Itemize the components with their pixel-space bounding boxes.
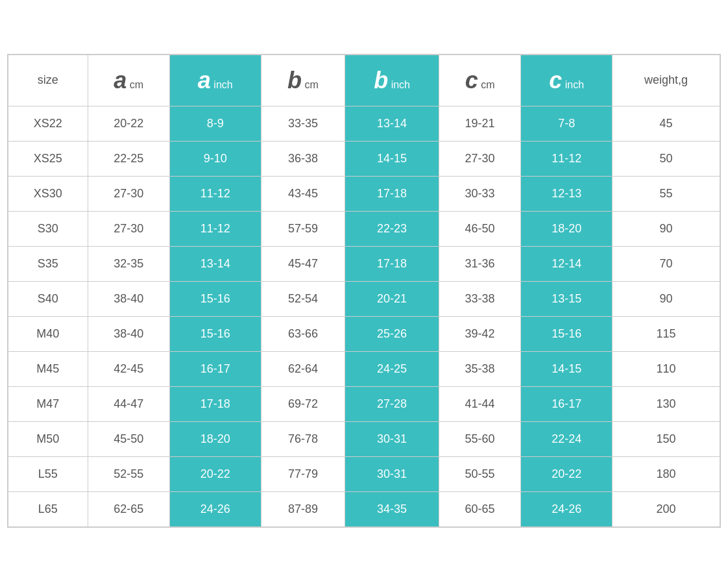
table-row: S3027-3011-1257-5922-2346-5018-2090 bbox=[8, 211, 720, 246]
cell-c_cm: 50-55 bbox=[439, 456, 520, 491]
cell-c_cm: 30-33 bbox=[439, 176, 520, 211]
cell-a_cm: 42-45 bbox=[88, 351, 169, 386]
cell-b_inch: 30-31 bbox=[345, 421, 439, 456]
cell-weight: 130 bbox=[613, 386, 720, 421]
column-header-b_inch: b inch bbox=[345, 55, 439, 106]
header-unit-c_inch: inch bbox=[562, 79, 584, 90]
cell-c_inch: 24-26 bbox=[521, 491, 613, 526]
cell-b_cm: 45-47 bbox=[261, 246, 345, 281]
cell-a_cm: 44-47 bbox=[88, 386, 169, 421]
cell-weight: 90 bbox=[613, 211, 720, 246]
cell-b_cm: 36-38 bbox=[261, 141, 345, 176]
cell-a_inch: 20-22 bbox=[169, 456, 261, 491]
cell-b_cm: 63-66 bbox=[261, 316, 345, 351]
cell-b_inch: 13-14 bbox=[345, 106, 439, 141]
cell-weight: 90 bbox=[613, 281, 720, 316]
cell-weight: 45 bbox=[613, 106, 720, 141]
cell-a_cm: 45-50 bbox=[88, 421, 169, 456]
cell-size: S35 bbox=[8, 246, 88, 281]
table-row: L6562-6524-2687-8934-3560-6524-26200 bbox=[8, 491, 720, 526]
cell-size: L65 bbox=[8, 491, 88, 526]
cell-b_cm: 33-35 bbox=[261, 106, 345, 141]
cell-a_inch: 15-16 bbox=[169, 281, 261, 316]
column-header-b_cm: b cm bbox=[261, 55, 345, 106]
cell-weight: 115 bbox=[613, 316, 720, 351]
cell-b_cm: 69-72 bbox=[261, 386, 345, 421]
cell-b_inch: 17-18 bbox=[345, 176, 439, 211]
cell-c_inch: 13-15 bbox=[521, 281, 613, 316]
cell-a_cm: 22-25 bbox=[88, 141, 169, 176]
cell-a_cm: 32-35 bbox=[88, 246, 169, 281]
cell-weight: 200 bbox=[613, 491, 720, 526]
cell-c_inch: 12-14 bbox=[521, 246, 613, 281]
header-unit-c_cm: cm bbox=[478, 79, 495, 90]
header-unit-b_inch: inch bbox=[388, 79, 410, 90]
cell-b_inch: 30-31 bbox=[345, 456, 439, 491]
column-header-c_cm: c cm bbox=[439, 55, 520, 106]
cell-b_cm: 77-79 bbox=[261, 456, 345, 491]
cell-a_cm: 62-65 bbox=[88, 491, 169, 526]
cell-weight: 150 bbox=[613, 421, 720, 456]
cell-c_cm: 19-21 bbox=[439, 106, 520, 141]
cell-c_cm: 41-44 bbox=[439, 386, 520, 421]
cell-a_inch: 11-12 bbox=[169, 176, 261, 211]
column-header-a_cm: a cm bbox=[88, 55, 169, 106]
cell-c_cm: 27-30 bbox=[439, 141, 520, 176]
cell-c_inch: 22-24 bbox=[521, 421, 613, 456]
cell-c_cm: 39-42 bbox=[439, 316, 520, 351]
cell-size: S30 bbox=[8, 211, 88, 246]
cell-c_cm: 35-38 bbox=[439, 351, 520, 386]
cell-size: M50 bbox=[8, 421, 88, 456]
header-unit-a_cm: cm bbox=[127, 79, 143, 90]
cell-b_inch: 14-15 bbox=[345, 141, 439, 176]
table-row: M4038-4015-1663-6625-2639-4215-16115 bbox=[8, 316, 720, 351]
cell-a_cm: 27-30 bbox=[88, 176, 169, 211]
cell-c_cm: 55-60 bbox=[439, 421, 520, 456]
cell-c_cm: 33-38 bbox=[439, 281, 520, 316]
header-big-letter-a_inch: a bbox=[198, 67, 211, 93]
cell-size: M47 bbox=[8, 386, 88, 421]
cell-c_cm: 60-65 bbox=[439, 491, 520, 526]
cell-a_cm: 52-55 bbox=[88, 456, 169, 491]
cell-b_cm: 76-78 bbox=[261, 421, 345, 456]
cell-size: L55 bbox=[8, 456, 88, 491]
cell-size: XS22 bbox=[8, 106, 88, 141]
cell-size: M45 bbox=[8, 351, 88, 386]
cell-weight: 70 bbox=[613, 246, 720, 281]
cell-size: M40 bbox=[8, 316, 88, 351]
cell-c_inch: 20-22 bbox=[521, 456, 613, 491]
cell-size: XS25 bbox=[8, 141, 88, 176]
cell-b_inch: 34-35 bbox=[345, 491, 439, 526]
column-header-weight: weight,g bbox=[613, 55, 720, 106]
cell-a_inch: 8-9 bbox=[169, 106, 261, 141]
header-label-weight: weight,g bbox=[644, 73, 688, 86]
cell-size: S40 bbox=[8, 281, 88, 316]
cell-a_cm: 27-30 bbox=[88, 211, 169, 246]
cell-c_inch: 18-20 bbox=[521, 211, 613, 246]
table-row: L5552-5520-2277-7930-3150-5520-22180 bbox=[8, 456, 720, 491]
cell-b_cm: 43-45 bbox=[261, 176, 345, 211]
cell-a_inch: 11-12 bbox=[169, 211, 261, 246]
cell-b_cm: 57-59 bbox=[261, 211, 345, 246]
cell-c_inch: 16-17 bbox=[521, 386, 613, 421]
table-row: XS2522-259-1036-3814-1527-3011-1250 bbox=[8, 141, 720, 176]
header-label-size: size bbox=[38, 73, 58, 86]
cell-c_cm: 46-50 bbox=[439, 211, 520, 246]
column-header-a_inch: a inch bbox=[169, 55, 261, 106]
table-row: M4542-4516-1762-6424-2535-3814-15110 bbox=[8, 351, 720, 386]
cell-weight: 110 bbox=[613, 351, 720, 386]
cell-a_inch: 24-26 bbox=[169, 491, 261, 526]
cell-weight: 180 bbox=[613, 456, 720, 491]
cell-c_cm: 31-36 bbox=[439, 246, 520, 281]
cell-a_cm: 38-40 bbox=[88, 281, 169, 316]
cell-a_inch: 9-10 bbox=[169, 141, 261, 176]
column-header-size: size bbox=[8, 55, 88, 106]
table-row: XS2220-228-933-3513-1419-217-845 bbox=[8, 106, 720, 141]
cell-c_inch: 11-12 bbox=[521, 141, 613, 176]
cell-a_cm: 20-22 bbox=[88, 106, 169, 141]
cell-a_cm: 38-40 bbox=[88, 316, 169, 351]
cell-b_cm: 52-54 bbox=[261, 281, 345, 316]
cell-a_inch: 13-14 bbox=[169, 246, 261, 281]
cell-c_inch: 14-15 bbox=[521, 351, 613, 386]
cell-a_inch: 18-20 bbox=[169, 421, 261, 456]
